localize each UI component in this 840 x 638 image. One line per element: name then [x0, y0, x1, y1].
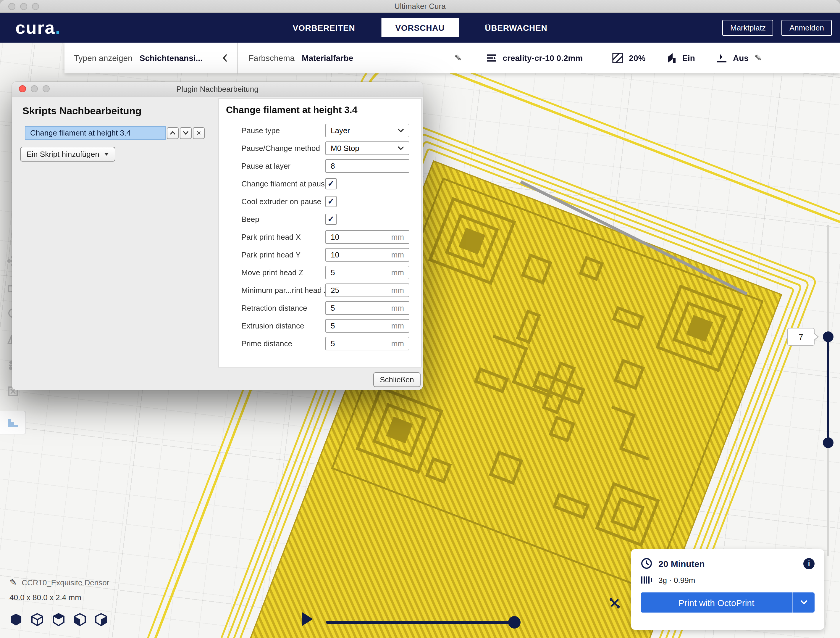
- dialog-title: Plugin Nachbearbeitung: [12, 82, 423, 97]
- add-script-button[interactable]: Ein Skript hinzufügen: [20, 147, 115, 161]
- tab-prepare[interactable]: VORBEREITEN: [289, 18, 359, 37]
- view-3d-icon[interactable]: [9, 613, 22, 626]
- print-settings-summary[interactable]: creality-cr-10 0.2mm 20% Ein Aus ✎: [473, 43, 840, 73]
- move-script-down-button[interactable]: [180, 127, 192, 139]
- field-row: Park print head X 10mm: [219, 228, 421, 245]
- camera-view-buttons: [9, 613, 108, 626]
- field-row: Pause type Layer: [219, 121, 421, 139]
- field-label: Pause type: [242, 126, 325, 135]
- window-title: Ultimaker Cura: [0, 0, 840, 13]
- change-filament-checkbox[interactable]: [325, 178, 336, 189]
- minimum-head-z-input[interactable]: 25mm: [325, 283, 409, 297]
- adhesion-icon: [716, 53, 727, 63]
- view-right-icon[interactable]: [95, 613, 108, 626]
- playback-slider-track[interactable]: [326, 621, 519, 624]
- field-label: Beep: [242, 215, 325, 223]
- print-summary-panel: 20 Minuten i 3g · 0.99m Print with OctoP…: [631, 549, 824, 630]
- view-top-icon[interactable]: [52, 613, 65, 626]
- chevron-up-icon: [170, 131, 176, 135]
- layer-slider-upper-handle[interactable]: [823, 331, 834, 342]
- close-dialog-button[interactable]: Schließen: [373, 372, 421, 387]
- infill-icon: [612, 53, 623, 63]
- macos-titlebar: Ultimaker Cura: [0, 0, 840, 13]
- park-head-y-input[interactable]: 10mm: [325, 248, 409, 261]
- field-label: Minimum par...rint head Z: [242, 286, 325, 294]
- field-label: Park print head X: [242, 232, 325, 241]
- tab-monitor[interactable]: ÜBERWACHEN: [481, 18, 551, 37]
- field-row: Minimum par...rint head Z 25mm: [219, 281, 421, 299]
- sign-in-button[interactable]: Anmelden: [782, 20, 832, 36]
- prime-distance-input[interactable]: 5mm: [325, 336, 409, 350]
- park-head-x-input[interactable]: 10mm: [325, 230, 409, 244]
- layer-slider-lower-handle[interactable]: [823, 437, 834, 448]
- extrusion-distance-input[interactable]: 5mm: [325, 319, 409, 332]
- layer-steps-icon: [6, 416, 19, 429]
- chevron-down-icon: [800, 600, 807, 605]
- pause-type-select[interactable]: Layer: [325, 123, 409, 137]
- field-row: Prime distance 5mm: [219, 334, 421, 352]
- field-label: Pause at layer: [242, 161, 325, 170]
- playback-slider-handle[interactable]: [508, 616, 521, 629]
- preview-toolbar: Typen anzeigen Schichtenansi... Farbsche…: [65, 43, 840, 73]
- edit-color-scheme-icon[interactable]: ✎: [454, 53, 462, 63]
- field-label: Extrusion distance: [242, 321, 325, 330]
- rename-model-icon[interactable]: ✎: [9, 577, 17, 588]
- color-scheme-selector[interactable]: Farbschema Materialfarbe ✎: [238, 43, 473, 73]
- pause-method-select[interactable]: M0 Stop: [325, 141, 409, 155]
- caret-down-icon: [104, 153, 109, 156]
- play-button[interactable]: [302, 612, 313, 626]
- header-actions: Marktplatz Anmelden: [723, 20, 832, 36]
- field-label: Prime distance: [242, 339, 325, 348]
- tools-icon[interactable]: [608, 597, 621, 610]
- support-value: Ein: [682, 53, 695, 63]
- cura-logo: cura.: [16, 18, 61, 38]
- field-label: Park print head Y: [242, 250, 325, 259]
- remove-script-button[interactable]: ×: [193, 127, 205, 139]
- model-info: ✎ CCR10_Exquisite Densor 40.0 x 80.0 x 2…: [9, 577, 109, 602]
- print-time: 20 Minuten: [658, 559, 705, 568]
- field-row: Extrusion distance 5mm: [219, 317, 421, 334]
- field-label: Cool extruder on pause: [242, 197, 325, 206]
- beep-checkbox[interactable]: [325, 213, 336, 225]
- material-usage: 3g · 0.99m: [658, 576, 695, 584]
- edit-print-settings-icon[interactable]: ✎: [755, 53, 762, 63]
- support-icon: [667, 53, 676, 63]
- infill-value: 20%: [629, 53, 646, 63]
- view-type-selector[interactable]: Typen anzeigen Schichtenansi...: [65, 43, 237, 73]
- field-row: Move print head Z 5mm: [219, 263, 421, 281]
- post-processing-dialog: Plugin Nachbearbeitung Skripts Nachbearb…: [12, 82, 423, 390]
- retraction-distance-input[interactable]: 5mm: [325, 301, 409, 315]
- material-icon: [641, 575, 652, 585]
- script-settings-panel: Change filament at height 3.4 Pause type…: [218, 98, 422, 367]
- model-dimensions: 40.0 x 80.0 x 2.4 mm: [9, 593, 109, 602]
- chevron-down-icon: [183, 131, 189, 135]
- field-row: Pause/Change method M0 Stop: [219, 139, 421, 157]
- print-options-dropdown[interactable]: [792, 592, 815, 613]
- marketplace-button[interactable]: Marktplatz: [723, 20, 774, 36]
- model-name: CCR10_Exquisite Densor: [22, 578, 109, 587]
- stage-tabs: VORBEREITEN VORSCHAU ÜBERWACHEN: [289, 13, 551, 43]
- field-label: Change filament at pause: [242, 179, 325, 188]
- tab-preview[interactable]: VORSCHAU: [381, 18, 459, 37]
- cool-extruder-checkbox[interactable]: [325, 196, 336, 207]
- move-script-up-button[interactable]: [167, 127, 178, 139]
- view-type-value: Schichtenansi...: [140, 53, 203, 63]
- view-type-label: Typen anzeigen: [74, 53, 133, 63]
- pause-at-layer-input[interactable]: 8: [325, 159, 409, 173]
- field-row: Change filament at pause: [219, 174, 421, 192]
- script-list-item-selected[interactable]: Change filament at height 3.4: [25, 126, 166, 140]
- chevron-left-icon[interactable]: [223, 54, 228, 62]
- adhesion-value: Aus: [733, 53, 748, 63]
- layer-number-indicator: 7: [787, 328, 815, 346]
- view-left-icon[interactable]: [73, 613, 86, 626]
- info-icon[interactable]: i: [803, 558, 815, 569]
- layer-slider-range[interactable]: [827, 337, 829, 443]
- print-with-octoprint-button[interactable]: Print with OctoPrint: [641, 592, 815, 613]
- move-head-z-input[interactable]: 5mm: [325, 266, 409, 279]
- field-row: Park print head Y 10mm: [219, 245, 421, 263]
- field-label: Pause/Change method: [242, 144, 325, 152]
- view-front-icon[interactable]: [31, 613, 44, 626]
- dialog-titlebar[interactable]: Plugin Nachbearbeitung: [12, 82, 423, 97]
- color-scheme-value: Materialfarbe: [302, 53, 353, 63]
- collapsed-panel[interactable]: [0, 411, 26, 434]
